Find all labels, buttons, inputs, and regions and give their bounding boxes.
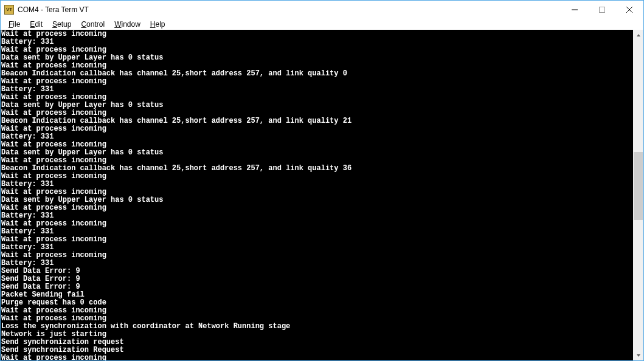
scroll-thumb[interactable] [634, 152, 643, 220]
titlebar[interactable]: VT COM4 - Tera Term VT [1, 1, 643, 18]
window-title: COM4 - Tera Term VT [18, 5, 89, 14]
menu-window[interactable]: Window [110, 19, 145, 30]
menu-help[interactable]: Help [146, 19, 170, 30]
terminal-area: Wait at process incoming Battery: 331 Wa… [1, 30, 643, 360]
menu-setup[interactable]: Setup [48, 19, 75, 30]
window-controls [561, 1, 643, 18]
minimize-button[interactable] [561, 1, 588, 18]
app-window: VT COM4 - Tera Term VT File Edit Setup C… [0, 0, 644, 361]
scroll-track[interactable] [633, 40, 643, 350]
app-icon: VT [4, 5, 14, 15]
scroll-up-button[interactable] [633, 30, 643, 40]
svg-marker-5 [637, 354, 640, 357]
maximize-button[interactable] [588, 1, 615, 18]
scrollbar[interactable] [633, 30, 643, 360]
close-button[interactable] [615, 1, 643, 18]
menu-edit[interactable]: Edit [26, 19, 47, 30]
menubar: File Edit Setup Control Window Help [1, 18, 643, 30]
scroll-down-button[interactable] [633, 350, 643, 360]
svg-rect-1 [599, 7, 604, 12]
menu-control[interactable]: Control [77, 19, 109, 30]
menu-file[interactable]: File [4, 19, 24, 30]
terminal-output[interactable]: Wait at process incoming Battery: 331 Wa… [1, 30, 633, 360]
svg-marker-4 [637, 34, 640, 36]
